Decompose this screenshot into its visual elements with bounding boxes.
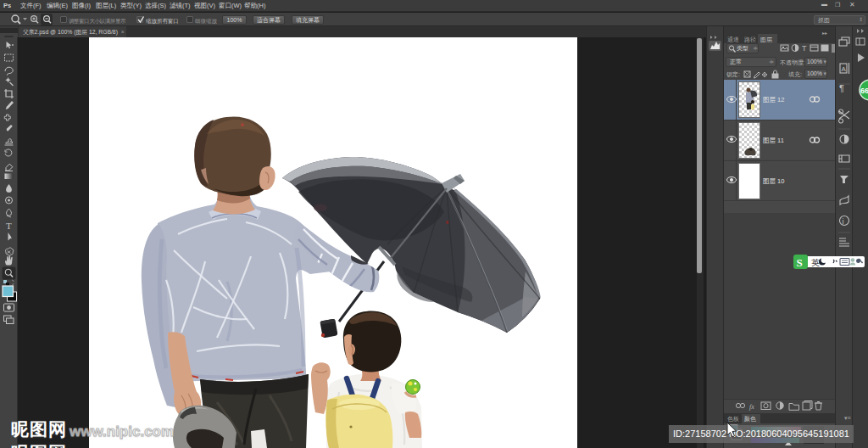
svg-text:¶: ¶ <box>839 83 844 93</box>
svg-text:i: i <box>843 217 844 226</box>
svg-text:T: T <box>802 44 807 53</box>
svg-text:英: 英 <box>811 258 820 267</box>
svg-text:66: 66 <box>860 87 868 95</box>
svg-text:T: T <box>6 221 12 231</box>
svg-text:fx: fx <box>749 403 754 411</box>
svg-text:S: S <box>797 256 803 269</box>
svg-text:A: A <box>842 65 847 73</box>
